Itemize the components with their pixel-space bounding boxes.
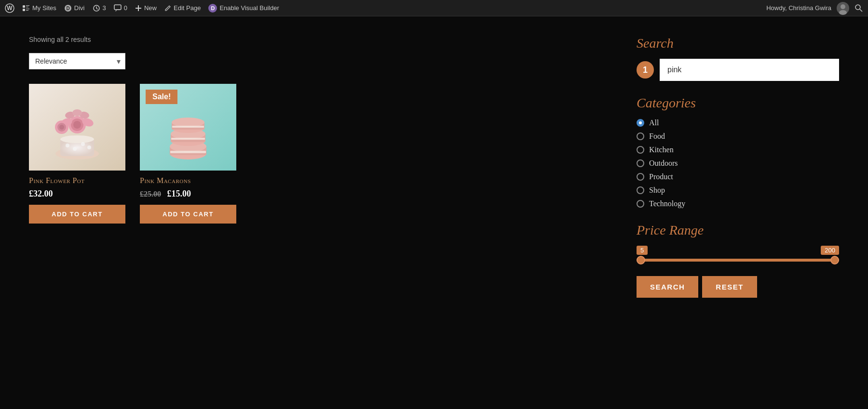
price-max: 200 xyxy=(821,246,839,255)
price-original-2: £25.00 xyxy=(140,190,161,198)
user-avatar-icon xyxy=(836,1,850,15)
comments-item[interactable]: 0 xyxy=(114,4,127,12)
svg-rect-49 xyxy=(171,138,205,140)
products-grid: Pink Flower Pot £32.00 ADD TO CART xyxy=(29,84,608,224)
svg-rect-6 xyxy=(26,9,29,9)
user-greeting: Howdy, Christina Gwira xyxy=(766,4,831,12)
svg-point-37 xyxy=(59,125,64,130)
enable-visual-builder-item[interactable]: D Enable Visual Builder xyxy=(208,4,279,13)
product-image-wrapper-2: Sale! xyxy=(140,84,236,171)
admin-bar: W My Sites D Divi 3 0 New Edit Page D En… xyxy=(0,0,868,16)
search-button[interactable]: SEARCH xyxy=(637,276,698,298)
sort-bar: Relevance Price: Low to High Price: High… xyxy=(29,53,608,69)
product-name-2: Pink Macarons xyxy=(140,176,236,185)
product-price-2: £25.00 £15.00 xyxy=(140,189,236,199)
sidebar: Search 1 Categories All Food Kitchen Out… xyxy=(637,36,839,298)
my-sites-item[interactable]: My Sites xyxy=(22,4,56,12)
range-thumb-right[interactable] xyxy=(830,256,839,264)
svg-text:D: D xyxy=(66,6,69,11)
svg-point-29 xyxy=(73,121,81,129)
user-info: Howdy, Christina Gwira xyxy=(766,1,863,15)
product-card-macarons[interactable]: Sale! Pink Macarons £25.00 £15.00 ADD TO… xyxy=(140,84,236,224)
svg-point-17 xyxy=(855,5,860,10)
product-image-flower-pot xyxy=(29,84,125,171)
category-product-label: Product xyxy=(649,172,673,181)
search-title: Search xyxy=(637,36,839,51)
revisions-item[interactable]: 3 xyxy=(93,4,106,12)
category-kitchen[interactable]: Kitchen xyxy=(637,145,839,154)
radio-food[interactable] xyxy=(637,132,644,140)
price-min: 5 xyxy=(637,246,648,255)
category-all-label: All xyxy=(649,119,659,127)
my-sites-label: My Sites xyxy=(32,4,56,12)
category-product[interactable]: Product xyxy=(637,172,839,181)
category-food-label: Food xyxy=(649,132,665,141)
price-range-section: Price Range 5 200 xyxy=(637,223,839,262)
svg-point-34 xyxy=(72,109,82,116)
radio-technology[interactable] xyxy=(637,200,644,208)
svg-line-18 xyxy=(860,9,862,12)
category-outdoors-label: Outdoors xyxy=(649,159,678,168)
svg-point-23 xyxy=(66,144,69,147)
search-row: 1 xyxy=(637,59,839,81)
product-image-wrapper-1 xyxy=(29,84,125,171)
svg-rect-50 xyxy=(172,126,204,128)
category-kitchen-label: Kitchen xyxy=(649,145,674,154)
new-label: New xyxy=(144,4,157,12)
category-technology-label: Technology xyxy=(649,199,685,208)
range-track[interactable] xyxy=(637,259,839,262)
svg-point-22 xyxy=(60,135,94,143)
category-shop-label: Shop xyxy=(649,186,665,195)
sort-select[interactable]: Relevance Price: Low to High Price: High… xyxy=(29,53,125,69)
product-card-flower-pot[interactable]: Pink Flower Pot £32.00 ADD TO CART xyxy=(29,84,125,224)
svg-point-25 xyxy=(81,142,85,146)
price-sale-2: £15.00 xyxy=(167,189,191,198)
sale-badge: Sale! xyxy=(146,90,177,104)
svg-rect-48 xyxy=(170,151,206,153)
radio-outdoors[interactable] xyxy=(637,159,644,167)
radio-shop[interactable] xyxy=(637,186,644,194)
edit-page-label: Edit Page xyxy=(174,4,201,12)
price-range-title: Price Range xyxy=(637,223,839,238)
add-to-cart-button-2[interactable]: ADD TO CART xyxy=(140,205,236,224)
svg-rect-4 xyxy=(26,7,28,7)
reset-button[interactable]: RESET xyxy=(702,276,757,298)
revisions-count: 3 xyxy=(103,4,106,12)
svg-rect-3 xyxy=(26,5,29,6)
products-area: Showing all 2 results Relevance Price: L… xyxy=(29,36,608,298)
product-price-1: £32.00 xyxy=(29,189,125,199)
wordpress-logo[interactable]: W xyxy=(5,3,14,13)
action-buttons: SEARCH RESET xyxy=(637,276,839,298)
category-shop[interactable]: Shop xyxy=(637,186,839,195)
radio-all[interactable] xyxy=(637,119,644,127)
svg-rect-2 xyxy=(23,5,25,8)
svg-rect-5 xyxy=(23,9,25,11)
main-content: Showing all 2 results Relevance Price: L… xyxy=(0,16,868,317)
category-technology[interactable]: Technology xyxy=(637,199,839,208)
product-name-1: Pink Flower Pot xyxy=(29,176,125,185)
categories-title: Categories xyxy=(637,95,839,111)
new-item[interactable]: New xyxy=(135,4,157,12)
svg-point-24 xyxy=(73,147,77,151)
svg-rect-11 xyxy=(114,5,121,10)
radio-product[interactable] xyxy=(637,173,644,181)
search-icon[interactable] xyxy=(854,4,863,13)
edit-page-item[interactable]: Edit Page xyxy=(164,4,201,12)
sort-select-wrapper[interactable]: Relevance Price: Low to High Price: High… xyxy=(29,53,125,69)
price-range-values: 5 200 xyxy=(637,246,839,255)
results-info: Showing all 2 results xyxy=(29,36,608,43)
search-input[interactable] xyxy=(660,59,839,81)
svg-point-15 xyxy=(841,4,845,9)
category-food[interactable]: Food xyxy=(637,132,839,141)
svg-point-16 xyxy=(839,10,847,15)
divi-item[interactable]: D Divi xyxy=(64,4,85,12)
add-to-cart-button-1[interactable]: ADD TO CART xyxy=(29,205,125,224)
range-thumb-left[interactable] xyxy=(637,256,645,264)
svg-point-26 xyxy=(87,145,91,149)
category-outdoors[interactable]: Outdoors xyxy=(637,159,839,168)
comments-count: 0 xyxy=(124,4,127,12)
category-all[interactable]: All xyxy=(637,119,839,127)
categories-section: Categories All Food Kitchen Outdoors Pro… xyxy=(637,95,839,208)
svg-rect-7 xyxy=(26,10,28,11)
radio-kitchen[interactable] xyxy=(637,146,644,154)
